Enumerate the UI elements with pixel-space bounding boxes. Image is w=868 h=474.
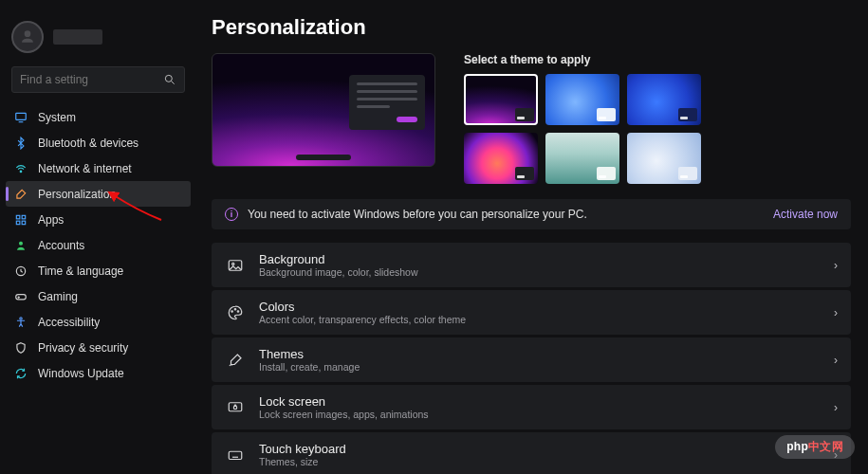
theme-thumb-5[interactable] bbox=[627, 133, 701, 184]
chevron-right-icon: › bbox=[834, 401, 838, 414]
monitor-icon bbox=[13, 110, 28, 125]
desktop-preview bbox=[212, 53, 435, 167]
keyboard-icon bbox=[225, 445, 246, 465]
row-touch-keyboard[interactable]: Touch keyboard Themes, size › bbox=[212, 432, 851, 474]
row-desc: Themes, size bbox=[259, 456, 346, 467]
brush-icon bbox=[225, 350, 246, 371]
nav-label: Windows Update bbox=[38, 367, 124, 380]
nav-bluetooth[interactable]: Bluetooth & devices bbox=[6, 130, 191, 155]
nav-label: Gaming bbox=[38, 290, 78, 303]
nav-label: Apps bbox=[38, 213, 64, 227]
svg-rect-7 bbox=[16, 221, 20, 225]
palette-icon bbox=[225, 302, 246, 323]
page-title: Personalization bbox=[212, 15, 851, 40]
person-icon bbox=[18, 27, 37, 46]
theme-picker: Select a theme to apply bbox=[464, 53, 851, 184]
preview-window bbox=[349, 75, 425, 130]
chevron-right-icon: › bbox=[834, 306, 838, 319]
nav-label: Privacy & security bbox=[38, 341, 128, 355]
svg-point-18 bbox=[234, 308, 236, 310]
update-icon bbox=[13, 366, 28, 381]
svg-rect-21 bbox=[234, 406, 237, 409]
chevron-right-icon: › bbox=[834, 354, 838, 367]
svg-point-17 bbox=[231, 310, 233, 312]
search-input[interactable] bbox=[20, 73, 163, 86]
svg-line-1 bbox=[172, 82, 175, 84]
image-icon bbox=[225, 255, 246, 276]
row-desc: Background image, color, slideshow bbox=[259, 266, 418, 278]
svg-point-4 bbox=[20, 171, 22, 173]
nav-time[interactable]: Time & language bbox=[6, 258, 191, 283]
svg-rect-11 bbox=[16, 294, 27, 299]
theme-thumb-1[interactable] bbox=[545, 74, 619, 125]
accessibility-icon bbox=[13, 315, 28, 330]
chevron-right-icon: › bbox=[834, 259, 838, 272]
row-title: Lock screen bbox=[259, 394, 429, 409]
nav-gaming[interactable]: Gaming bbox=[6, 283, 191, 309]
nav-accessibility[interactable]: Accessibility bbox=[6, 309, 191, 335]
info-icon: i bbox=[225, 208, 238, 221]
settings-rows: Background Background image, color, slid… bbox=[212, 243, 851, 474]
wifi-icon bbox=[13, 161, 28, 176]
svg-point-0 bbox=[165, 75, 172, 82]
clock-icon bbox=[13, 264, 28, 279]
svg-point-16 bbox=[232, 263, 234, 264]
row-title: Background bbox=[259, 252, 418, 266]
search-input-wrapper[interactable] bbox=[11, 66, 185, 93]
main-content: Personalization Select a theme to apply … bbox=[196, 0, 868, 474]
sidebar: System Bluetooth & devices Network & int… bbox=[0, 0, 196, 474]
theme-thumb-3[interactable] bbox=[464, 133, 538, 184]
profile-block[interactable] bbox=[0, 8, 196, 66]
row-lock-screen[interactable]: Lock screen Lock screen images, apps, an… bbox=[212, 385, 851, 429]
row-desc: Lock screen images, apps, animations bbox=[259, 409, 429, 420]
nav-system[interactable]: System bbox=[6, 104, 191, 130]
svg-point-9 bbox=[19, 241, 23, 245]
nav-accounts[interactable]: Accounts bbox=[6, 232, 191, 258]
nav-label: Network & internet bbox=[38, 162, 132, 175]
nav-label: System bbox=[38, 111, 76, 124]
row-desc: Accent color, transparency effects, colo… bbox=[259, 314, 466, 325]
nav-privacy[interactable]: Privacy & security bbox=[6, 335, 191, 360]
nav-label: Bluetooth & devices bbox=[38, 137, 139, 150]
lock-screen-icon bbox=[225, 397, 246, 418]
paint-icon bbox=[13, 187, 28, 202]
svg-rect-6 bbox=[22, 215, 26, 219]
avatar bbox=[11, 21, 44, 53]
row-background[interactable]: Background Background image, color, slid… bbox=[212, 243, 851, 287]
gamepad-icon bbox=[13, 289, 28, 304]
nav-apps[interactable]: Apps bbox=[6, 207, 191, 232]
nav-personalization[interactable]: Personalization bbox=[6, 181, 191, 207]
row-title: Themes bbox=[259, 347, 360, 361]
profile-name-redacted bbox=[53, 29, 102, 45]
banner-text: You need to activate Windows before you … bbox=[248, 208, 587, 221]
nav-label: Accessibility bbox=[38, 316, 100, 329]
svg-rect-22 bbox=[229, 451, 242, 459]
row-themes[interactable]: Themes Install, create, manage › bbox=[212, 337, 851, 382]
theme-thumb-0[interactable] bbox=[464, 74, 538, 125]
nav-list: System Bluetooth & devices Network & int… bbox=[0, 100, 196, 386]
nav-update[interactable]: Windows Update bbox=[6, 360, 191, 386]
search-icon bbox=[163, 73, 176, 86]
theme-picker-label: Select a theme to apply bbox=[464, 53, 851, 66]
activation-banner: i You need to activate Windows before yo… bbox=[212, 199, 851, 229]
svg-rect-5 bbox=[16, 215, 20, 219]
svg-rect-8 bbox=[22, 221, 26, 225]
svg-rect-20 bbox=[229, 402, 242, 410]
nav-network[interactable]: Network & internet bbox=[6, 155, 191, 181]
svg-point-19 bbox=[237, 310, 239, 312]
nav-label: Personalization bbox=[38, 188, 116, 201]
activate-link[interactable]: Activate now bbox=[773, 208, 838, 221]
row-title: Touch keyboard bbox=[259, 442, 346, 456]
row-desc: Install, create, manage bbox=[259, 361, 360, 373]
apps-icon bbox=[13, 212, 28, 228]
theme-thumb-2[interactable] bbox=[627, 74, 701, 125]
svg-point-14 bbox=[20, 317, 22, 319]
row-colors[interactable]: Colors Accent color, transparency effect… bbox=[212, 290, 851, 335]
bluetooth-icon bbox=[13, 136, 28, 151]
row-title: Colors bbox=[259, 300, 466, 314]
shield-icon bbox=[13, 340, 28, 356]
chevron-right-icon: › bbox=[834, 448, 838, 462]
account-icon bbox=[13, 238, 28, 253]
theme-thumb-4[interactable] bbox=[545, 133, 619, 184]
nav-label: Accounts bbox=[38, 239, 84, 252]
